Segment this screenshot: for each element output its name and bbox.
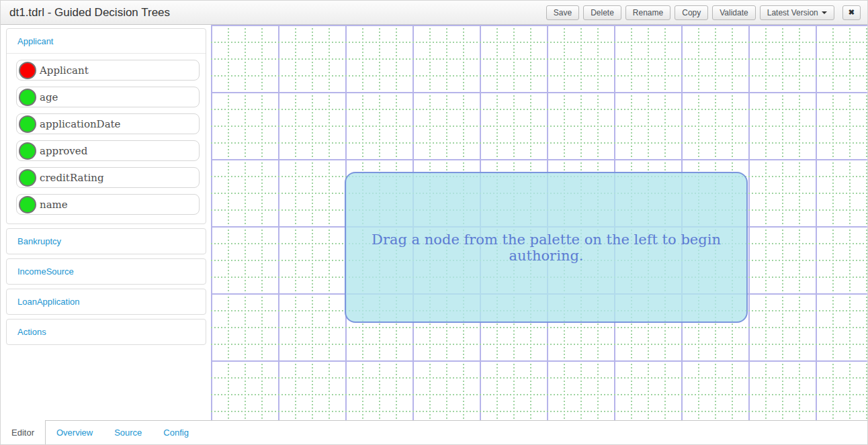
palette-section-bankruptcy: Bankruptcy [6,228,206,254]
node-palette: Applicant Applicant age applicationDate [6,28,206,349]
copy-button[interactable]: Copy [675,5,708,20]
canvas[interactable]: Drag a node from the palette on the left… [211,25,868,422]
tab-config[interactable]: Config [153,421,200,444]
field-node-icon [19,89,36,106]
rename-button[interactable]: Rename [625,5,670,20]
field-node-icon [19,169,36,187]
palette-section-incomesource: IncomeSource [6,258,206,285]
palette-section-loanapplication: LoanApplication [6,289,206,315]
palette-node-name[interactable]: name [16,194,200,215]
chevron-down-icon [822,11,827,14]
title-bar: dt1.tdrl - Guided Decision Trees Save De… [1,1,867,25]
tab-editor[interactable]: Editor [1,420,46,445]
palette-section-label: LoanApplication [17,297,80,307]
version-dropdown-label: Latest Version [767,8,818,17]
delete-button[interactable]: Delete [583,5,621,20]
palette-section-actions: Actions [6,319,206,345]
palette-section-body-applicant: Applicant age applicationDate approved c… [7,54,206,224]
palette-node-label: name [40,199,68,211]
palette-section-header-incomesource[interactable]: IncomeSource [7,259,206,284]
palette-node-label: creditRating [40,172,104,184]
palette-node-applicationdate[interactable]: applicationDate [16,113,200,134]
palette-node-label: age [40,91,58,103]
field-node-icon [19,142,36,160]
tab-overview[interactable]: Overview [46,421,103,444]
tab-source[interactable]: Source [103,421,153,444]
editor-tab-bar: Editor Overview Source Config [1,420,867,444]
palette-node-applicant[interactable]: Applicant [16,60,200,81]
palette-section-label: Actions [17,327,46,337]
palette-node-label: Applicant [40,64,89,77]
palette-section-label: Bankruptcy [17,236,61,246]
close-icon: ✖ [849,8,855,17]
palette-node-creditrating[interactable]: creditRating [16,167,200,188]
drag-hint-text: Drag a node from the palette on the left… [346,232,746,264]
guided-decision-tree-editor-window: dt1.tdrl - Guided Decision Trees Save De… [0,0,868,445]
palette-section-header-loanapplication[interactable]: LoanApplication [7,289,206,314]
close-button[interactable]: ✖ [842,5,861,20]
palette-node-label: approved [40,145,87,157]
type-node-icon [19,62,36,79]
save-button[interactable]: Save [546,5,579,20]
palette-section-label: IncomeSource [17,266,74,277]
palette-section-header-applicant[interactable]: Applicant [7,29,206,54]
palette-section-label: Applicant [17,36,53,46]
palette-node-label: applicationDate [40,118,120,130]
palette-node-age[interactable]: age [16,87,200,107]
field-node-icon [19,196,36,213]
palette-node-approved[interactable]: approved [16,140,200,161]
palette-section-applicant: Applicant Applicant age applicationDate [6,28,206,224]
palette-section-header-actions[interactable]: Actions [7,319,206,344]
validate-button[interactable]: Validate [712,5,755,20]
field-node-icon [19,115,36,133]
drag-hint-box: Drag a node from the palette on the left… [345,172,748,323]
page-title: dt1.tdrl - Guided Decision Trees [9,6,170,19]
toolbar: Save Delete Rename Copy Validate Latest … [546,5,861,20]
palette-section-header-bankruptcy[interactable]: Bankruptcy [7,229,206,254]
version-dropdown-button[interactable]: Latest Version [760,5,834,20]
